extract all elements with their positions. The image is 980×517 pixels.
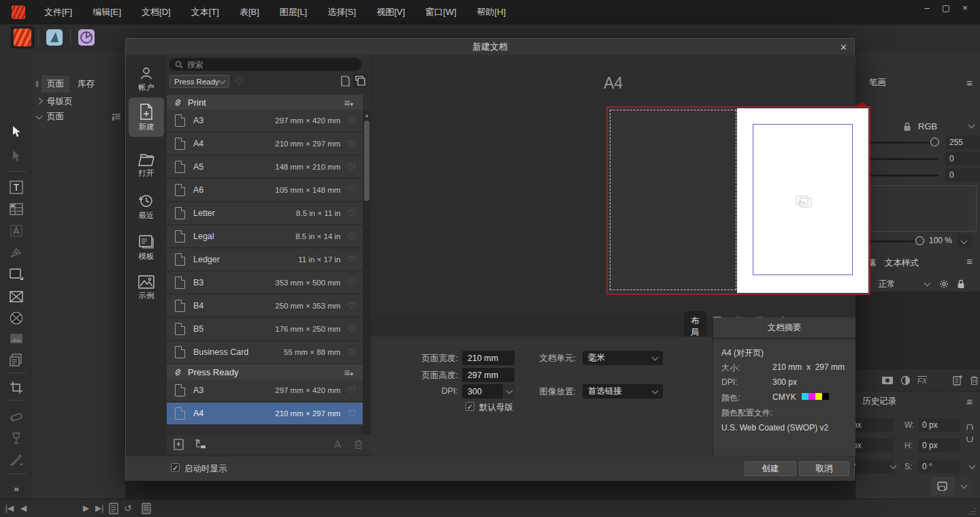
favorite-icon[interactable]: ♡ bbox=[347, 185, 356, 195]
menu-view[interactable]: 视图[V] bbox=[366, 0, 415, 25]
layers-list[interactable] bbox=[855, 292, 980, 369]
fx-icon[interactable]: FX bbox=[917, 376, 927, 385]
pen-tool[interactable] bbox=[5, 243, 27, 262]
menu-select[interactable]: 选择[S] bbox=[317, 0, 366, 25]
preset-row-press-a3[interactable]: A3 297 mm × 420 mm ♡ bbox=[167, 379, 363, 402]
page-list-icon[interactable] bbox=[109, 503, 119, 514]
frame-text-tool[interactable] bbox=[5, 178, 27, 197]
sync-pages-icon[interactable]: ↺ bbox=[124, 503, 132, 514]
eraser-tool[interactable] bbox=[5, 407, 27, 426]
master-indicator-icon[interactable] bbox=[112, 113, 121, 121]
preset-row-legal[interactable]: Legal 8.5 in × 14 in ♡ bbox=[167, 225, 363, 248]
dialog-title-bar[interactable]: 新建文档 ✕ bbox=[126, 39, 854, 56]
persona-designer-icon[interactable] bbox=[43, 27, 66, 48]
units-dropdown[interactable]: 毫米 bbox=[583, 351, 663, 365]
color-mode-select[interactable]: RGB bbox=[918, 121, 937, 131]
delete-preset-icon[interactable] bbox=[354, 439, 363, 450]
default-master-checkbox[interactable]: ✓ bbox=[466, 402, 474, 411]
menu-file[interactable]: 文件[F] bbox=[34, 0, 82, 25]
chevron-down-icon[interactable] bbox=[924, 280, 930, 287]
page-preview-icon[interactable] bbox=[142, 503, 152, 514]
favorite-icon[interactable]: ♡ bbox=[347, 208, 356, 218]
edit-preset-icon[interactable] bbox=[332, 439, 343, 450]
tab-stock[interactable]: 库存 bbox=[72, 76, 100, 93]
preset-row-a3[interactable]: A3 297 mm × 420 mm ♡ bbox=[167, 110, 363, 132]
green-value[interactable]: 0 bbox=[945, 152, 980, 166]
chevron-down-icon[interactable] bbox=[36, 112, 43, 119]
tab-text-styles[interactable]: 文本样式 bbox=[885, 257, 919, 269]
dpi-input[interactable] bbox=[462, 384, 503, 398]
dialog-close-icon[interactable]: ✕ bbox=[840, 42, 847, 52]
transform-shear-field[interactable]: 0 ° bbox=[918, 460, 960, 473]
favorite-icon[interactable]: ♡ bbox=[347, 278, 356, 287]
lock-icon[interactable] bbox=[957, 279, 965, 289]
placement-dropdown[interactable]: 首选链接 bbox=[583, 384, 663, 398]
trash-icon[interactable] bbox=[970, 375, 979, 386]
prev-page-button[interactable]: ◀ bbox=[20, 503, 27, 513]
blue-value[interactable]: 0 bbox=[945, 168, 980, 182]
preset-row-business-card[interactable]: Business Card 55 mm × 88 mm ♡ bbox=[167, 341, 363, 364]
chevron-down-icon[interactable] bbox=[968, 122, 975, 129]
window-minimize-icon[interactable]: – bbox=[917, 3, 936, 13]
resize-grip[interactable] bbox=[968, 507, 976, 516]
dpi-dropdown-icon[interactable] bbox=[504, 384, 515, 398]
lock-icon[interactable] bbox=[903, 122, 911, 131]
nav-new[interactable]: 新建 bbox=[129, 97, 164, 137]
favorite-icon[interactable]: ♡ bbox=[347, 139, 356, 148]
preset-row-b3[interactable]: B3 353 mm × 500 mm ♡ bbox=[167, 272, 363, 294]
opacity-dropdown[interactable] bbox=[958, 234, 973, 247]
menu-help[interactable]: 帮助[H] bbox=[467, 0, 517, 25]
page-width-input[interactable] bbox=[462, 351, 514, 365]
persona-photo-icon[interactable] bbox=[75, 27, 98, 48]
opacity-slider-knob[interactable] bbox=[915, 236, 924, 245]
menu-edit[interactable]: 编辑[E] bbox=[82, 0, 131, 25]
fill-tool[interactable] bbox=[5, 428, 27, 448]
create-button[interactable]: 创建 bbox=[745, 461, 796, 476]
crop-tool[interactable] bbox=[5, 378, 27, 397]
favorite-icon[interactable]: ♡ bbox=[347, 347, 356, 357]
gear-icon[interactable] bbox=[939, 279, 949, 289]
favorites-filter-icon[interactable]: ♡ bbox=[235, 76, 244, 86]
preset-row-b5[interactable]: B5 176 mm × 250 mm ♡ bbox=[167, 318, 363, 341]
nav-samples[interactable]: 示例 bbox=[129, 275, 164, 301]
show-on-startup-checkbox[interactable]: ✓ bbox=[171, 463, 180, 472]
move-tool[interactable] bbox=[5, 122, 27, 141]
search-input[interactable] bbox=[169, 58, 361, 71]
menu-text[interactable]: 文本[T] bbox=[181, 0, 229, 25]
section-menu-icon[interactable]: ≡▾ bbox=[344, 97, 353, 108]
tree-pages[interactable]: 页面 bbox=[47, 111, 106, 123]
chevron-right-icon[interactable] bbox=[36, 97, 43, 104]
favorite-icon[interactable]: ♡ bbox=[347, 301, 356, 311]
link-dimensions-icon[interactable] bbox=[966, 424, 974, 442]
preset-row-a6[interactable]: A6 105 mm × 148 mm ♡ bbox=[167, 179, 363, 202]
color-box[interactable] bbox=[855, 185, 977, 232]
opacity-value[interactable]: 100 % bbox=[929, 236, 952, 245]
favorite-icon[interactable]: ♡ bbox=[347, 255, 356, 264]
new-category-icon[interactable] bbox=[195, 439, 206, 450]
table-tool[interactable] bbox=[5, 200, 27, 219]
picture-frame-rect-tool[interactable] bbox=[5, 287, 27, 306]
favorite-icon[interactable]: ♡ bbox=[347, 116, 356, 125]
place-image-tool[interactable] bbox=[5, 329, 27, 348]
tree-master-pages[interactable]: 母版页 bbox=[47, 96, 73, 108]
adjustment-icon[interactable] bbox=[900, 375, 911, 386]
preset-row-a5[interactable]: A5 148 mm × 210 mm ♡ bbox=[167, 156, 363, 178]
rectangle-tool[interactable] bbox=[5, 265, 27, 284]
transform-w-field[interactable]: 0 px bbox=[918, 418, 960, 432]
blend-mode-select[interactable]: 正常 bbox=[879, 279, 921, 290]
menu-document[interactable]: 文档[D] bbox=[131, 0, 181, 25]
new-preset-icon[interactable] bbox=[174, 439, 184, 450]
favorite-icon[interactable]: ♡ bbox=[347, 409, 356, 418]
preset-list-scrollbar[interactable]: ▲ ▼ bbox=[363, 111, 371, 448]
persona-publisher-icon[interactable] bbox=[11, 27, 34, 48]
nav-templates[interactable]: 模板 bbox=[129, 234, 164, 262]
history-panel-menu-icon[interactable]: ≡ bbox=[966, 396, 973, 407]
tab-pages[interactable]: 页面 bbox=[42, 76, 69, 93]
menu-layer[interactable]: 图层[L] bbox=[270, 0, 317, 25]
first-page-button[interactable]: |◀ bbox=[5, 503, 14, 513]
page-height-input[interactable] bbox=[462, 368, 514, 382]
single-page-view-icon[interactable] bbox=[341, 76, 350, 87]
menu-table[interactable]: 表[B] bbox=[229, 0, 270, 25]
nav-account[interactable]: 帐户 bbox=[129, 65, 164, 93]
nav-open[interactable]: 打开 bbox=[129, 152, 164, 178]
